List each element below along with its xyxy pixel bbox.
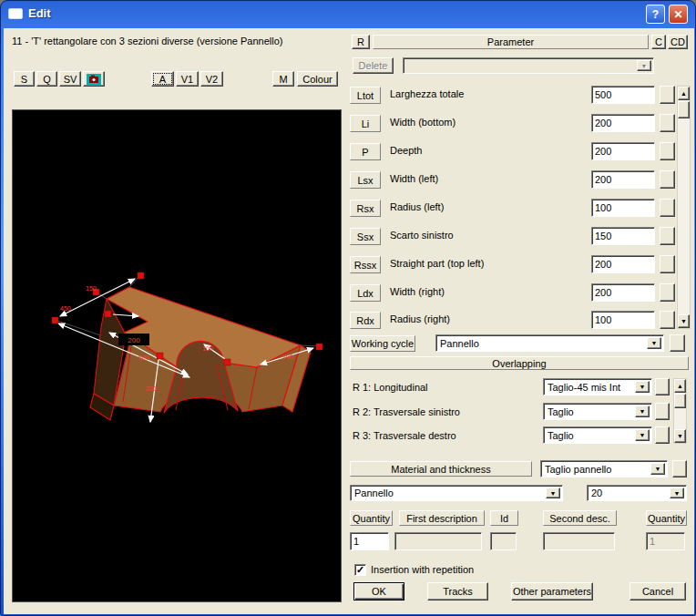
title-bar[interactable]: Edit ? ✕	[1, 1, 695, 28]
param-extra-button[interactable]	[660, 255, 675, 273]
param-code-box: Rsx	[350, 200, 381, 217]
cd-button[interactable]: CD	[668, 35, 688, 49]
quantity2-input	[646, 532, 685, 550]
scrollbar-thumb[interactable]	[674, 394, 686, 408]
param-value-input[interactable]	[591, 255, 655, 273]
col-header-first-description: First description	[399, 510, 485, 526]
shape-description: 11 - 'T' rettangolare con 3 sezioni dive…	[12, 36, 282, 46]
toolbar-button-a[interactable]: A	[151, 71, 174, 87]
param-code-box: Lsx	[350, 171, 381, 189]
working-cycle-label: Working cycle	[350, 335, 415, 352]
repetition-checkbox[interactable]: ✓	[354, 564, 366, 576]
col-header-quantity: Quantity	[350, 510, 393, 526]
handle-radius[interactable]	[224, 359, 230, 365]
window-title: Edit	[28, 6, 51, 20]
cancel-button[interactable]: Cancel	[629, 582, 686, 601]
param-value-input[interactable]	[591, 199, 655, 217]
r-button[interactable]: R	[352, 35, 370, 49]
chevron-down-icon[interactable]: ▼	[635, 429, 650, 441]
param-value-input[interactable]	[591, 227, 655, 245]
other-parameters-button[interactable]: Other parameters	[511, 582, 593, 601]
chevron-down-icon[interactable]: ▼	[670, 488, 684, 498]
dim-tag-label: 200	[128, 336, 140, 344]
material-extra-button[interactable]	[672, 460, 687, 477]
overlap-scrollbar[interactable]: ▲ ▼	[673, 378, 687, 444]
cut-type-combobox[interactable]: Taglio pannello ▼	[540, 460, 668, 477]
param-value-input[interactable]	[591, 311, 655, 329]
material-combobox[interactable]: Pannello ▼	[350, 485, 563, 501]
param-extra-button[interactable]	[660, 170, 675, 189]
colour-button[interactable]: Colour	[297, 71, 338, 87]
parameter-scrollbar[interactable]: ▲ ▼	[677, 86, 691, 329]
camera-button[interactable]	[83, 71, 105, 87]
param-value-input[interactable]	[591, 283, 655, 302]
param-extra-button[interactable]	[660, 86, 675, 104]
param-code-box: Ltot	[350, 87, 381, 104]
param-value-input[interactable]	[591, 86, 655, 104]
overlap-extra-button[interactable]	[655, 403, 670, 420]
ok-button[interactable]: OK	[353, 582, 404, 601]
toolbar-button-sv[interactable]: SV	[59, 71, 81, 87]
toolbar-button-s[interactable]: S	[14, 71, 35, 87]
scroll-down-icon[interactable]: ▼	[674, 429, 686, 443]
close-button[interactable]: ✕	[669, 5, 688, 24]
scroll-up-icon[interactable]: ▲	[674, 379, 686, 393]
param-extra-button[interactable]	[660, 311, 675, 329]
param-extra-button[interactable]	[660, 227, 675, 245]
col-header-id: Id	[490, 510, 518, 526]
chevron-down-icon[interactable]: ▼	[546, 488, 560, 498]
first-description-input	[394, 532, 482, 550]
param-name: Width (bottom)	[390, 117, 455, 128]
parameter-header: Parameter	[373, 35, 649, 49]
scrollbar-thumb[interactable]	[678, 101, 690, 118]
c-button[interactable]: C	[651, 35, 666, 49]
handle-top[interactable]	[138, 272, 144, 279]
chevron-down-icon[interactable]: ▼	[637, 60, 651, 71]
param-extra-button[interactable]	[660, 142, 675, 160]
tracks-button[interactable]: Tracks	[427, 582, 488, 601]
scroll-down-icon[interactable]: ▼	[678, 314, 690, 328]
param-name: Straight part (top left)	[390, 258, 484, 269]
working-cycle-extra-button[interactable]	[670, 334, 685, 352]
preset-combobox[interactable]: ▼	[403, 57, 654, 74]
dim-label: 200	[146, 385, 157, 392]
thickness-combobox[interactable]: 20 ▼	[587, 485, 687, 501]
toolbar-button-v2[interactable]: V2	[200, 71, 223, 87]
param-extra-button[interactable]	[660, 199, 675, 217]
param-extra-button[interactable]	[660, 283, 675, 302]
repetition-checkbox-label: Insertion with repetition	[371, 564, 474, 575]
overlap-extra-button[interactable]	[655, 378, 670, 395]
scroll-up-icon[interactable]: ▲	[678, 87, 690, 100]
handle-center[interactable]	[157, 353, 163, 359]
col-header-quantity2: Quantity	[646, 510, 687, 526]
overlap-row-label: R 3: Trasversale destro	[353, 430, 456, 441]
toolbar-button-q[interactable]: Q	[36, 71, 57, 87]
toolbar-button-v1[interactable]: V1	[176, 71, 199, 87]
3d-shape-preview: 150 450 500 200 100 200 200	[13, 110, 341, 601]
handle-right[interactable]	[316, 344, 322, 350]
overlap-combobox-r3[interactable]: Taglio ▼	[543, 426, 652, 444]
help-icon: ?	[652, 8, 659, 21]
chevron-down-icon[interactable]: ▼	[635, 381, 650, 393]
chevron-down-icon[interactable]: ▼	[635, 406, 650, 417]
working-cycle-combobox[interactable]: Pannello ▼	[435, 334, 664, 352]
chevron-down-icon[interactable]: ▼	[650, 463, 665, 475]
chevron-down-icon[interactable]: ▼	[647, 337, 661, 349]
delete-button[interactable]: Delete	[353, 57, 394, 74]
toolbar-button-m[interactable]: M	[272, 71, 294, 87]
handle-notch[interactable]	[105, 311, 111, 317]
param-value-input[interactable]	[591, 142, 655, 160]
overlap-extra-button[interactable]	[655, 426, 670, 444]
handle-left[interactable]	[52, 317, 58, 323]
overlap-combobox-r1[interactable]: Taglio-45 mis Int ▼	[543, 378, 652, 395]
param-extra-button[interactable]	[660, 114, 675, 132]
param-value-input[interactable]	[591, 170, 655, 189]
quantity-input[interactable]	[350, 532, 389, 550]
param-value-input[interactable]	[591, 114, 655, 132]
param-code-box: P	[350, 143, 381, 160]
3d-viewport[interactable]: 150 450 500 200 100 200 200	[12, 109, 342, 602]
param-name: Larghezza totale	[390, 88, 464, 99]
overlap-combobox-r2[interactable]: Taglio ▼	[543, 403, 652, 420]
second-desc-input	[543, 532, 615, 550]
help-button[interactable]: ?	[646, 5, 665, 24]
